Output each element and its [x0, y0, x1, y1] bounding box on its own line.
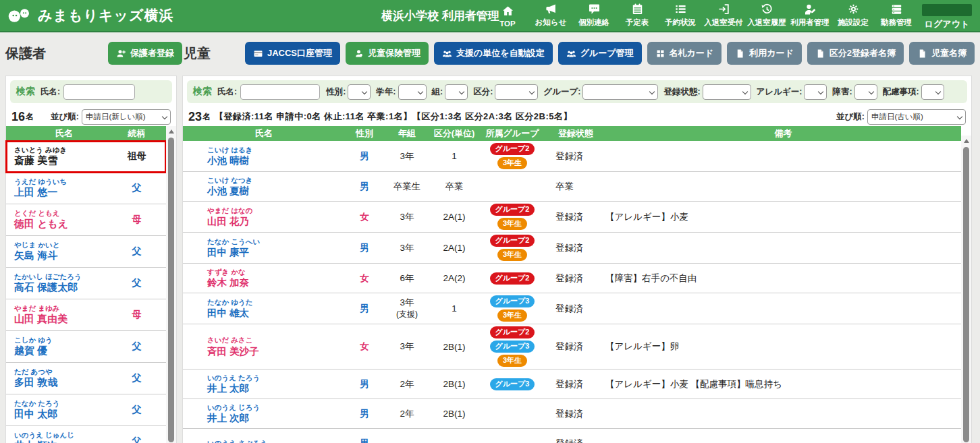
child-row[interactable]: たなか ゆうた 田中 雄太 男 3年 (支援) 1 グループ33年生 登録済 — [183, 293, 961, 324]
child-groups: グループ2グループ33年生 — [479, 326, 546, 367]
nav-item[interactable]: 利用者管理 — [788, 1, 832, 30]
nav-item-label: 予約状況 — [665, 18, 696, 28]
filter: 障害: — [832, 84, 877, 100]
children-scrollbar-thumb[interactable] — [963, 147, 969, 442]
guardian-row[interactable]: ただ あつや 多田 敦哉 父 — [6, 363, 166, 394]
children-sort-select[interactable]: 申請日(古い順) — [867, 109, 966, 125]
toolbar-button-label: 名札カード — [670, 47, 714, 59]
nav-item[interactable]: 勤務管理 — [875, 1, 918, 30]
document-icon — [917, 49, 927, 59]
child-gender: 女 — [345, 272, 384, 285]
child-kubun: 卒業 — [430, 181, 479, 193]
guardian-row[interactable]: たかいし ほごたろう 高石 保護太郎 父 — [6, 268, 166, 299]
toolbar-button[interactable]: 児童名簿 — [909, 42, 975, 65]
scroll-up-icon[interactable] — [166, 126, 176, 136]
document-icon — [815, 49, 825, 59]
toolbar-button[interactable]: 支援の単位を自動設定 — [434, 42, 553, 65]
group-badge: 3年生 — [497, 157, 527, 169]
filter-select-disability[interactable] — [854, 84, 877, 100]
child-row[interactable]: たなか こうへい 田中 康平 男 3年 2A(1) グループ23年生 登録済 — [183, 233, 961, 264]
filter-select-group[interactable] — [582, 84, 658, 100]
child-status: 登録済 — [546, 272, 605, 285]
filter-select-gender[interactable] — [348, 84, 371, 100]
nav-item[interactable]: 個別連絡 — [572, 1, 616, 30]
child-row[interactable]: こいけ なつき 小池 夏樹 男 卒業生 卒業 卒業 — [183, 172, 961, 202]
children-name-input[interactable] — [240, 84, 320, 100]
child-groups: グループ23年生 — [479, 143, 546, 169]
guardian-relation: 父 — [114, 173, 159, 204]
megaphone-icon — [545, 3, 557, 16]
children-count-row: 23 名 【登録済:11名 申請中:0名 休止:11名 卒業:1名】【区分1:3… — [183, 107, 971, 126]
guardian-register-button[interactable]: 保護者登録 — [108, 42, 182, 65]
guardian-row[interactable]: うえだ ゆういち 上田 悠一 父 — [6, 173, 166, 204]
nav-item[interactable]: 予約状況 — [659, 1, 702, 30]
guardian-scrollbar[interactable] — [166, 126, 176, 443]
toolbar-button-label: グループ管理 — [580, 47, 634, 59]
toolbar: 保護者 保護者登録 児童 JACCS口座管理 児童保険管理 支援の単位を自動設定… — [0, 32, 980, 76]
guardian-row[interactable]: こしか ゆう 越賀 優 父 — [6, 331, 166, 363]
child-row[interactable]: いのうえ たろう 井上 太郎 男 2年 2B(1) グループ3 登録済 【アレル… — [183, 370, 961, 399]
children-col-status: 登録状態 — [546, 127, 605, 140]
guardian-row[interactable]: やじま かいと 矢島 海斗 父 — [6, 236, 166, 268]
nav-item[interactable]: 施設設定 — [832, 1, 875, 30]
nav-item[interactable]: 入退室履歴 — [745, 1, 788, 30]
filter-select-allergy[interactable] — [804, 84, 827, 100]
child-name: 井上 太郎 — [207, 382, 345, 394]
child-kana: さいだ みさこ — [207, 336, 345, 345]
child-name: 田中 雄太 — [207, 307, 345, 319]
logout-label: ログアウト — [925, 18, 970, 30]
child-status: 登録済 — [546, 378, 605, 390]
guardian-name: 田中 太郎 — [14, 408, 114, 421]
guardian-relation: 父 — [114, 363, 159, 394]
filter-select-kubun[interactable] — [495, 84, 538, 100]
guardian-row[interactable]: やまだ まゆみ 山田 真由美 母 — [6, 299, 166, 331]
filter-label: 区分: — [473, 86, 493, 98]
toolbar-button-label: 利用カード — [749, 47, 794, 59]
filter-select-care[interactable] — [921, 84, 944, 100]
filter-select-class[interactable] — [445, 84, 468, 100]
group-badge: 3年生 — [497, 249, 527, 261]
child-kubun: 2B(1) — [430, 342, 479, 352]
guardian-search-bar: 検索 氏名: — [10, 80, 172, 103]
children-table-body: こいけ はるき 小池 晴樹 男 3年 1 グループ23年生 登録済 こいけ なつ… — [183, 141, 961, 443]
nav-item-label: 勤務管理 — [881, 18, 912, 28]
child-row[interactable]: やまだ はなの 山田 花乃 女 3年 2A(1) グループ23年生 登録済 【ア… — [183, 202, 961, 233]
toolbar-button[interactable]: 区分2登録者名簿 — [807, 42, 904, 65]
nav-item-label: TOP — [499, 20, 515, 28]
home-icon — [501, 5, 514, 18]
scroll-up-icon[interactable] — [961, 136, 971, 146]
logout-button[interactable]: ログアウト — [918, 1, 976, 30]
nav-item-label: 利用者管理 — [790, 18, 829, 28]
nav-item[interactable]: 予定表 — [616, 1, 659, 30]
child-row[interactable]: いのうえ さぶろう 男 登録済 — [183, 429, 961, 443]
app-logo[interactable]: みまもりキッズ横浜 — [7, 6, 173, 25]
filter-select-status[interactable] — [703, 84, 751, 100]
guardian-scrollbar-thumb[interactable] — [168, 138, 174, 442]
toolbar-button[interactable]: 児童保険管理 — [346, 42, 429, 65]
guardian-name-input[interactable] — [63, 84, 135, 100]
nav-item[interactable]: 入退室受付 — [702, 1, 745, 30]
nav-item-label: 入退室受付 — [704, 18, 743, 28]
logout-highlight — [922, 4, 972, 16]
child-gender: 女 — [345, 341, 384, 353]
toolbar-button[interactable]: 利用カード — [727, 42, 802, 65]
child-grade: 3年 — [384, 150, 430, 163]
guardian-row[interactable]: たなか たろう 田中 太郎 父 — [6, 394, 166, 426]
children-scrollbar[interactable] — [961, 136, 971, 443]
guardian-row[interactable]: とくだ ともえ 徳田 ともえ 母 — [6, 204, 166, 236]
chevron-down-icon — [417, 88, 423, 94]
guardian-row[interactable]: いのうえ じゅんじ 井上 順次 父 — [6, 426, 166, 443]
toolbar-button[interactable]: グループ管理 — [558, 42, 642, 65]
filter-select-grade[interactable] — [398, 84, 427, 100]
child-row[interactable]: いのうえ じろう 井上 次郎 男 2年 2B(1) 登録済 — [183, 399, 961, 429]
guardian-row[interactable]: さいとう みゆき 斎藤 美雪 祖母 — [6, 141, 166, 173]
toolbar-button[interactable]: JACCS口座管理 — [245, 42, 340, 65]
child-row[interactable]: こいけ はるき 小池 晴樹 男 3年 1 グループ23年生 登録済 — [183, 141, 961, 172]
child-gender: 男 — [345, 378, 384, 390]
guardian-sort-select[interactable]: 申請日(新しい順) — [82, 109, 171, 125]
nav-item[interactable]: お知らせ — [529, 1, 572, 30]
guardian-kana: やじま かいと — [14, 241, 114, 250]
child-row[interactable]: すずき かな 鈴木 加奈 女 6年 2A(2) グループ2 登録済 【障害】右手… — [183, 264, 961, 293]
child-row[interactable]: さいだ みさこ 斉田 美沙子 女 3年 2B(1) グループ2グループ33年生 … — [183, 324, 961, 370]
toolbar-button[interactable]: 名札カード — [647, 42, 722, 65]
